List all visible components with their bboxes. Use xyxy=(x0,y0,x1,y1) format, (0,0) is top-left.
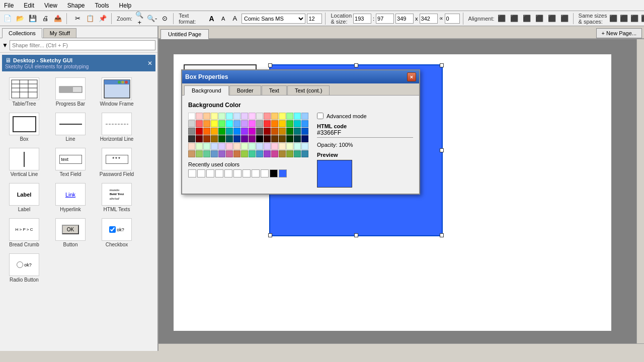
font-size-input[interactable] xyxy=(307,14,322,24)
palette-cell[interactable] xyxy=(256,143,263,150)
palette-cell[interactable] xyxy=(271,120,278,127)
palette-cell[interactable] xyxy=(301,128,308,135)
palette-cell[interactable] xyxy=(203,143,210,150)
palette-cell[interactable] xyxy=(286,150,293,157)
collection-close-btn[interactable]: ✕ xyxy=(147,60,152,67)
paste-btn[interactable]: 📌 xyxy=(97,13,108,24)
palette-cell[interactable] xyxy=(211,135,218,142)
palette-cell[interactable] xyxy=(203,150,210,157)
align-left-btn[interactable]: ⬛ xyxy=(496,13,507,24)
dist-h-btn[interactable]: ⬛ xyxy=(640,13,644,24)
palette-cell[interactable] xyxy=(203,113,210,120)
recent-color-cell[interactable] xyxy=(243,169,251,177)
shape-item-progress-bar[interactable]: Progress Bar xyxy=(48,75,93,109)
palette-cell[interactable] xyxy=(226,135,233,142)
palette-cell[interactable] xyxy=(211,120,218,127)
palette-cell[interactable] xyxy=(264,128,271,135)
same-w-btn[interactable]: ⬛ xyxy=(609,13,618,24)
palette-cell[interactable] xyxy=(241,120,248,127)
palette-cell[interactable] xyxy=(218,128,225,135)
x-input[interactable] xyxy=(353,14,371,24)
palette-cell[interactable] xyxy=(279,128,286,135)
palette-cell[interactable] xyxy=(188,143,195,150)
shape-item-checkbox[interactable]: ok? Checkbox xyxy=(95,216,139,249)
palette-cell[interactable] xyxy=(226,143,233,150)
palette-cell[interactable] xyxy=(264,120,271,127)
palette-cell[interactable] xyxy=(286,113,293,120)
font-bigger-btn[interactable]: A xyxy=(206,13,216,24)
align-middle-btn[interactable]: ⬛ xyxy=(546,13,557,24)
palette-cell[interactable] xyxy=(233,135,240,142)
angle-input[interactable] xyxy=(445,14,460,24)
menu-edit[interactable]: Edit xyxy=(22,1,36,10)
palette-cell[interactable] xyxy=(286,143,293,150)
advanced-mode-checkbox[interactable] xyxy=(317,113,324,119)
tab-my-stuff[interactable]: My Stuff xyxy=(43,28,76,38)
dialog-close-button[interactable]: × xyxy=(407,72,416,81)
palette-cell[interactable] xyxy=(256,128,263,135)
palette-cell[interactable] xyxy=(188,113,195,120)
collection-header[interactable]: 🖥 Desktop - Sketchy GUI Sketchy GUI elem… xyxy=(2,55,155,71)
recent-color-cell[interactable] xyxy=(224,169,232,177)
palette-cell[interactable] xyxy=(256,150,263,157)
palette-cell[interactable] xyxy=(249,143,256,150)
save-btn[interactable]: 💾 xyxy=(27,13,38,24)
palette-cell[interactable] xyxy=(294,120,301,127)
palette-cell[interactable] xyxy=(241,150,248,157)
tab-collections[interactable]: Collections xyxy=(2,28,42,38)
palette-cell[interactable] xyxy=(241,135,248,142)
recent-color-cell[interactable] xyxy=(215,169,223,177)
copy-btn[interactable]: 📋 xyxy=(85,13,96,24)
palette-cell[interactable] xyxy=(271,113,278,120)
menu-help[interactable]: Help xyxy=(117,1,134,10)
palette-cell[interactable] xyxy=(279,135,286,142)
palette-cell[interactable] xyxy=(211,143,218,150)
menu-file[interactable]: File xyxy=(2,1,16,10)
palette-cell[interactable] xyxy=(218,113,225,120)
align-right-btn[interactable]: ⬛ xyxy=(521,13,532,24)
palette-cell[interactable] xyxy=(241,143,248,150)
handle-mr[interactable] xyxy=(440,148,444,152)
new-btn[interactable]: 📄 xyxy=(2,13,13,24)
palette-cell[interactable] xyxy=(279,143,286,150)
align-center-btn[interactable]: ⬛ xyxy=(509,13,520,24)
cut-btn[interactable]: ✂ xyxy=(72,13,83,24)
palette-cell[interactable] xyxy=(233,150,240,157)
palette-cell[interactable] xyxy=(188,135,195,142)
palette-cell[interactable] xyxy=(226,128,233,135)
palette-cell[interactable] xyxy=(218,143,225,150)
palette-cell[interactable] xyxy=(294,113,301,120)
dialog-tab-text-cont[interactable]: Text (cont.) xyxy=(287,85,330,95)
dialog-tab-text[interactable]: Text xyxy=(262,85,287,95)
palette-cell[interactable] xyxy=(249,150,256,157)
palette-cell[interactable] xyxy=(264,135,271,142)
palette-cell[interactable] xyxy=(196,135,203,142)
palette-cell[interactable] xyxy=(211,150,218,157)
canvas-area[interactable]: The Best Website About The Webcomic Arti… xyxy=(158,39,644,351)
palette-cell[interactable] xyxy=(233,113,240,120)
palette-cell[interactable] xyxy=(188,128,195,135)
palette-cell[interactable] xyxy=(211,128,218,135)
palette-cell[interactable] xyxy=(279,150,286,157)
palette-cell[interactable] xyxy=(233,128,240,135)
shape-item-text-field[interactable]: text Text Field xyxy=(48,146,93,179)
shape-item-html-texts[interactable]: mundoBold Textabciud HTML Texts xyxy=(95,181,139,214)
handle-tl[interactable] xyxy=(268,63,272,67)
w-input[interactable] xyxy=(395,14,414,24)
shape-item-line[interactable]: Line xyxy=(48,111,93,144)
new-page-button[interactable]: + New Page... xyxy=(596,28,642,38)
scrollbar-right[interactable] xyxy=(636,39,644,351)
dialog-tab-border[interactable]: Border xyxy=(229,85,261,95)
recent-color-cell[interactable] xyxy=(188,169,196,177)
palette-cell[interactable] xyxy=(249,128,256,135)
recent-color-cell[interactable] xyxy=(197,169,205,177)
palette-cell[interactable] xyxy=(218,120,225,127)
handle-tr[interactable] xyxy=(440,63,444,67)
palette-cell[interactable] xyxy=(286,135,293,142)
palette-cell[interactable] xyxy=(203,120,210,127)
print-btn[interactable]: 🖨 xyxy=(40,13,51,24)
palette-cell[interactable] xyxy=(279,113,286,120)
scrollbar-bottom[interactable] xyxy=(158,343,644,351)
shape-item-hyperlink[interactable]: Link Hyperlink xyxy=(48,181,93,214)
palette-cell[interactable] xyxy=(203,128,210,135)
